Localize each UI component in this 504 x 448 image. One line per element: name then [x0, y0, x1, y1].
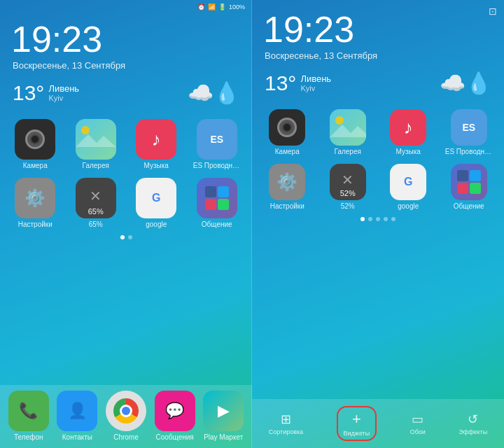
status-bar-left: ⏰ 📶 🔋 100%	[0, 0, 252, 14]
app-item-music-right[interactable]: ♪ Музыка	[380, 109, 437, 155]
bottom-bar-sort[interactable]: ⊞ Сортировка	[269, 412, 303, 435]
gear-icon: ⚙️	[24, 188, 46, 208]
app-icon-chrome[interactable]	[106, 391, 146, 431]
left-panel: ⏰ 📶 🔋 100% 19:23 Воскресенье, 13 Сентябр…	[0, 0, 252, 448]
x-icon-right: ✕	[342, 172, 354, 188]
app-label-percent-left: 65%	[89, 220, 103, 228]
app-item-social-right[interactable]: Общение	[441, 164, 498, 210]
app-icon-contacts[interactable]: 👤	[57, 391, 97, 431]
app-item-es-right[interactable]: ES ES Проводни...	[441, 109, 498, 155]
sort-label: Сортировка	[269, 428, 303, 435]
dock-item-messages[interactable]: 💬 Сообщения	[155, 391, 195, 441]
app-icon-percent-left[interactable]: 65% ✕	[76, 178, 116, 218]
app-item-gallery-right[interactable]: Галерея	[320, 109, 377, 155]
dock-item-chrome[interactable]: Chrome	[106, 391, 146, 441]
app-icon-social-right[interactable]	[451, 164, 487, 200]
google-g-icon: G	[152, 192, 160, 204]
app-icon-google-right[interactable]: G	[390, 164, 426, 200]
clock-right: 19:23	[252, 0, 504, 49]
app-icon-social-left[interactable]	[197, 178, 237, 218]
app-label-gallery-left: Галерея	[83, 162, 109, 169]
app-icon-camera-right[interactable]	[269, 109, 305, 146]
contacts-icon: 👤	[68, 402, 87, 420]
app-icon-google-left[interactable]: G	[136, 178, 176, 218]
app-item-percent-right[interactable]: 52% ✕ 52%	[320, 164, 377, 210]
svg-point-5	[335, 116, 344, 125]
dock-left: 📞 Телефон 👤 Контакты Chrome	[0, 385, 252, 448]
app-item-google-left[interactable]: G google	[128, 178, 185, 228]
dock-item-contacts[interactable]: 👤 Контакты	[57, 391, 97, 441]
app-label-music-right: Музыка	[396, 148, 421, 155]
app-icon-es-left[interactable]: ES	[197, 119, 237, 160]
app-icon-gallery-right[interactable]	[330, 109, 366, 146]
app-grid-left-row2: ⚙️ Настройки 65% ✕ 65% G google	[0, 174, 252, 232]
date-right: Воскресенье, 13 Сентября	[252, 49, 504, 61]
google-g-icon-right: G	[404, 176, 412, 188]
app-item-social-left[interactable]: Общение	[189, 178, 246, 228]
app-item-music-left[interactable]: ♪ Музыка	[128, 119, 185, 169]
app-grid-left-row1: Камера Галерея ♪ Музыка ES	[0, 115, 252, 174]
screen-indicator: ⊡	[489, 6, 497, 17]
weather-right: 13° Ливень Kyiv ☁️💧	[252, 61, 504, 105]
effects-label: Эффекты	[458, 428, 487, 435]
sort-icon: ⊞	[281, 412, 291, 427]
right-panel: ⊡ 19:23 Воскресенье, 13 Сентября 13° Лив…	[252, 0, 504, 448]
app-label-social-left: Общение	[202, 220, 232, 228]
dock-item-playstore[interactable]: ▶ Play Маркет	[203, 391, 244, 441]
weather-temp-left: 13°	[13, 81, 44, 105]
bottom-bar-effects[interactable]: ↺ Эффекты	[458, 412, 487, 435]
dot-2-left	[128, 235, 132, 239]
app-icon-gallery-left[interactable]	[76, 119, 116, 160]
dot-3-right	[376, 217, 380, 221]
dock-label-contacts: Контакты	[62, 433, 92, 441]
weather-left: 13° Ливень Kyiv ☁️💧	[0, 71, 252, 115]
chrome-circle-icon	[113, 398, 139, 424]
bottom-bar-widgets[interactable]: + Виджеты	[337, 406, 377, 441]
app-icon-percent-right[interactable]: 52% ✕	[330, 164, 366, 200]
app-item-gallery-left[interactable]: Галерея	[68, 119, 125, 169]
app-item-settings-right[interactable]: ⚙️ Настройки	[259, 164, 316, 210]
app-icon-es-right[interactable]: ES	[451, 109, 487, 146]
app-item-google-right[interactable]: G google	[380, 164, 437, 210]
dot-2-right	[368, 217, 372, 221]
music-note-icon: ♪	[152, 129, 161, 150]
widgets-plus-icon: +	[352, 410, 361, 428]
app-item-camera-left[interactable]: Камера	[7, 119, 64, 169]
app-item-es-left[interactable]: ES ES Проводни...	[189, 119, 246, 169]
app-label-social-right: Общение	[454, 202, 484, 210]
wallpaper-label: Обои	[410, 428, 426, 435]
app-item-settings-left[interactable]: ⚙️ Настройки	[7, 178, 64, 228]
gear-icon-right: ⚙️	[276, 172, 298, 192]
app-icon-music-right[interactable]: ♪	[390, 109, 426, 146]
svg-rect-0	[76, 119, 116, 160]
messages-icon: 💬	[165, 402, 184, 420]
app-icon-camera-left[interactable]	[15, 119, 55, 160]
playstore-icon: ▶	[218, 402, 230, 420]
dock-item-phone[interactable]: 📞 Телефон	[8, 391, 49, 441]
app-icon-music-left[interactable]: ♪	[136, 119, 176, 160]
status-icons-left: ⏰ 📶 🔋 100%	[197, 4, 245, 10]
app-icon-playstore[interactable]: ▶	[203, 391, 244, 431]
dock-label-messages: Сообщения	[155, 433, 193, 441]
app-icon-messages[interactable]: 💬	[155, 391, 195, 431]
app-grid-right-row2: ⚙️ Настройки 52% ✕ 52% G google	[252, 160, 504, 214]
app-item-camera-right[interactable]: Камера	[259, 109, 316, 155]
wallpaper-icon: ▭	[412, 412, 424, 427]
weather-info-right: Ливень Kyiv	[300, 74, 331, 92]
widgets-label: Виджеты	[344, 430, 370, 437]
app-icon-settings-right[interactable]: ⚙️	[269, 164, 305, 200]
app-label-percent-right: 52%	[341, 202, 355, 210]
app-icon-settings-left[interactable]: ⚙️	[15, 178, 55, 218]
social-grid-icon	[205, 186, 229, 210]
app-item-percent-left[interactable]: 65% ✕ 65%	[68, 178, 125, 228]
app-label-google-right: google	[398, 202, 419, 210]
weather-icon-left: ☁️💧	[188, 80, 239, 105]
app-grid-right-row1: Камера Галерея ♪ Музыка ES	[252, 105, 504, 160]
app-icon-phone[interactable]: 📞	[8, 391, 49, 431]
clock-left: 19:23	[0, 14, 252, 59]
bottom-bar-wallpapers[interactable]: ▭ Обои	[410, 412, 426, 435]
date-left: Воскресенье, 13 Сентября	[0, 59, 252, 71]
dock-label-playstore: Play Маркет	[204, 433, 243, 441]
app-label-camera-right: Камера	[275, 148, 300, 155]
app-label-camera-left: Камера	[23, 162, 48, 169]
